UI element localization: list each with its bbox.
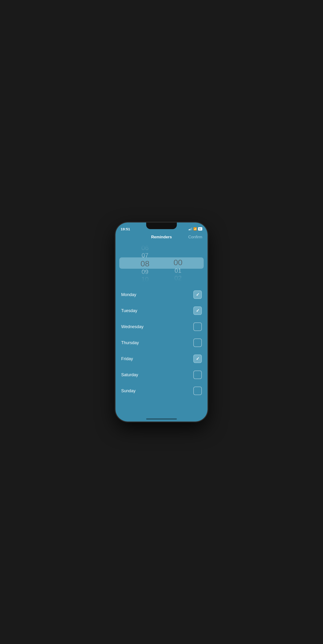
day-row-wednesday: Wednesday bbox=[119, 319, 204, 335]
battery-level: 51 bbox=[199, 228, 201, 230]
page-title: Reminders bbox=[148, 235, 175, 240]
notch bbox=[146, 222, 177, 229]
day-row-tuesday: Tuesday ✓ bbox=[119, 303, 204, 319]
minute-item-empty bbox=[162, 244, 194, 251]
day-label-sunday: Sunday bbox=[121, 388, 136, 394]
day-checkbox-monday[interactable]: ✓ bbox=[193, 290, 202, 299]
day-label-tuesday: Tuesday bbox=[121, 308, 137, 313]
day-label-thursday: Thursday bbox=[121, 340, 139, 345]
day-row-monday: Monday ✓ bbox=[119, 287, 204, 303]
signal-icon bbox=[188, 228, 192, 230]
wifi-icon: 📶 bbox=[193, 227, 197, 230]
time-selector-highlight bbox=[119, 258, 204, 269]
home-indicator bbox=[146, 418, 177, 420]
day-checkbox-friday[interactable]: ✓ bbox=[193, 354, 202, 363]
day-row-friday: Friday ✓ bbox=[119, 351, 204, 367]
signal-bar-4 bbox=[192, 228, 192, 230]
day-row-sunday: Sunday bbox=[119, 383, 204, 399]
phone-frame: 19:51 📶 51 Reminders Confirm bbox=[116, 222, 208, 422]
hour-item-06: 06 bbox=[128, 244, 162, 252]
minute-item-02: 02 bbox=[162, 274, 194, 282]
hour-item-10: 10 bbox=[128, 276, 162, 282]
nav-bar: Reminders Confirm bbox=[116, 233, 208, 242]
minute-item-empty2 bbox=[162, 251, 194, 258]
day-row-saturday: Saturday bbox=[119, 367, 204, 383]
status-time: 19:51 bbox=[121, 227, 130, 231]
day-label-monday: Monday bbox=[121, 292, 136, 297]
checkmark-tuesday: ✓ bbox=[196, 308, 200, 313]
phone-screen: 19:51 📶 51 Reminders Confirm bbox=[116, 222, 208, 422]
day-row-thursday: Thursday bbox=[119, 335, 204, 351]
day-label-wednesday: Wednesday bbox=[121, 324, 144, 329]
day-checkbox-thursday[interactable] bbox=[193, 338, 202, 347]
status-icons: 📶 51 bbox=[188, 227, 202, 230]
signal-bar-2 bbox=[190, 229, 190, 230]
day-checkbox-wednesday[interactable] bbox=[193, 322, 202, 331]
day-checkbox-saturday[interactable] bbox=[193, 370, 202, 379]
hour-item-09: 09 bbox=[128, 268, 162, 276]
time-picker[interactable]: 06 07 08 09 10 00 01 02 bbox=[119, 244, 204, 282]
days-list: Monday ✓ Tuesday ✓ Wednesday Thursday bbox=[119, 287, 204, 399]
day-checkbox-sunday[interactable] bbox=[193, 386, 202, 395]
signal-bar-1 bbox=[188, 229, 189, 230]
confirm-button[interactable]: Confirm bbox=[188, 235, 202, 240]
checkmark-monday: ✓ bbox=[196, 292, 200, 297]
checkmark-friday: ✓ bbox=[196, 357, 200, 361]
day-checkbox-tuesday[interactable]: ✓ bbox=[193, 306, 202, 315]
day-label-friday: Friday bbox=[121, 356, 133, 361]
signal-bar-3 bbox=[190, 228, 191, 230]
battery-icon: 51 bbox=[198, 227, 202, 230]
day-label-saturday: Saturday bbox=[121, 372, 138, 378]
